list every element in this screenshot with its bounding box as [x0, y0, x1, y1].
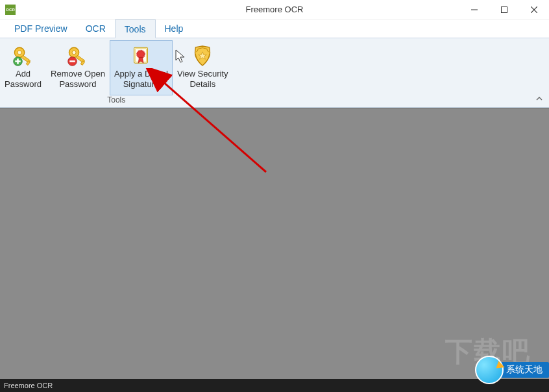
svg-point-19: [138, 51, 145, 58]
badge-icon: [475, 356, 504, 384]
minimize-button[interactable]: [459, 0, 489, 19]
statusbar: Freemore OCR: [0, 379, 549, 392]
window-controls: [459, 0, 549, 19]
svg-rect-16: [69, 60, 75, 62]
ribbon-collapse-button[interactable]: [535, 94, 544, 103]
add-password-label: Add Password: [5, 69, 42, 90]
view-security-details-label: View Security Details: [177, 69, 228, 90]
menu-help[interactable]: Help: [156, 19, 193, 38]
svg-rect-1: [502, 7, 507, 13]
seal-icon: [130, 45, 151, 66]
apply-digital-signature-button[interactable]: Apply a Digital Signature: [110, 40, 173, 95]
menu-pdf-preview[interactable]: PDF Preview: [5, 19, 77, 38]
menu-ocr[interactable]: OCR: [77, 19, 115, 38]
content-area: [0, 108, 549, 379]
site-badge: 系统天地: [475, 356, 549, 384]
add-password-button[interactable]: Add Password: [0, 40, 46, 95]
menu-tools[interactable]: Tools: [115, 19, 156, 38]
ribbon: Add Password Remove Open Password: [0, 38, 549, 108]
svg-point-12: [72, 51, 76, 55]
key-remove-icon: [67, 45, 89, 67]
key-add-icon: [12, 45, 34, 67]
view-security-details-button[interactable]: View Security Details: [173, 40, 233, 95]
svg-point-5: [18, 51, 21, 55]
apply-digital-signature-label: Apply a Digital Signature: [114, 69, 168, 90]
remove-open-password-label: Remove Open Password: [51, 69, 105, 90]
shield-icon: [193, 45, 212, 67]
ribbon-group-tools: Add Password Remove Open Password: [0, 38, 233, 107]
svg-rect-10: [15, 60, 21, 62]
remove-open-password-button[interactable]: Remove Open Password: [46, 40, 110, 95]
status-text: Freemore OCR: [4, 382, 53, 389]
close-button[interactable]: [519, 0, 549, 19]
menubar: PDF Preview OCR Tools Help: [0, 19, 549, 38]
ribbon-group-label: Tools: [107, 95, 125, 106]
titlebar: OCR Freemore OCR: [0, 0, 549, 19]
maximize-button[interactable]: [489, 0, 519, 19]
